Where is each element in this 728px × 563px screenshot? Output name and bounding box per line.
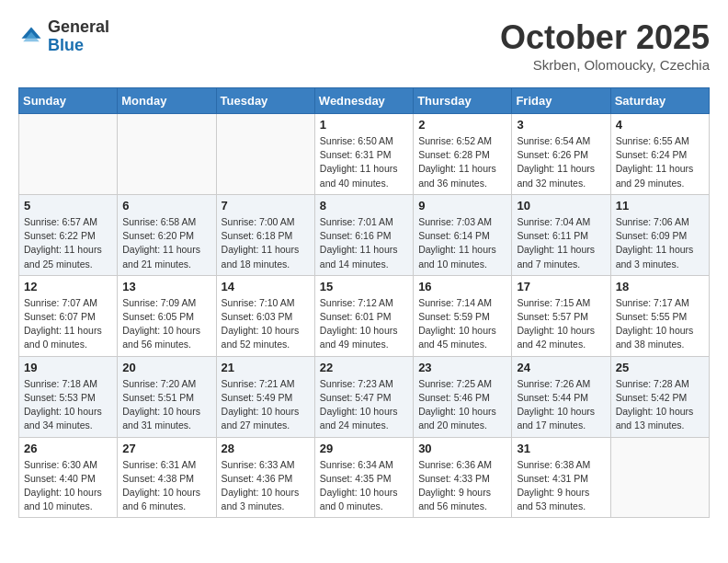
calendar-day-cell: 12Sunrise: 7:07 AM Sunset: 6:07 PM Dayli… xyxy=(19,275,118,356)
day-info: Sunrise: 6:50 AM Sunset: 6:31 PM Dayligh… xyxy=(320,134,408,190)
logo-blue: Blue xyxy=(48,37,109,55)
weekday-header-row: SundayMondayTuesdayWednesdayThursdayFrid… xyxy=(19,88,710,114)
day-number: 10 xyxy=(517,199,605,213)
day-number: 27 xyxy=(122,442,210,455)
weekday-thursday: Thursday xyxy=(414,88,512,114)
calendar-day-cell: 7Sunrise: 7:00 AM Sunset: 6:18 PM Daylig… xyxy=(216,194,314,275)
day-info: Sunrise: 7:20 AM Sunset: 5:51 PM Dayligh… xyxy=(122,377,210,433)
day-number: 25 xyxy=(616,361,704,374)
calendar-header: SundayMondayTuesdayWednesdayThursdayFrid… xyxy=(19,88,710,114)
weekday-monday: Monday xyxy=(118,88,216,114)
day-number: 16 xyxy=(418,280,506,293)
day-number: 11 xyxy=(616,199,704,213)
calendar-week-row: 26Sunrise: 6:30 AM Sunset: 4:40 PM Dayli… xyxy=(19,437,710,518)
day-info: Sunrise: 7:23 AM Sunset: 5:47 PM Dayligh… xyxy=(320,377,408,433)
day-number: 31 xyxy=(517,442,605,455)
calendar-day-cell: 13Sunrise: 7:09 AM Sunset: 6:05 PM Dayli… xyxy=(118,275,216,356)
day-number: 14 xyxy=(222,280,310,293)
day-info: Sunrise: 7:25 AM Sunset: 5:46 PM Dayligh… xyxy=(418,377,506,433)
calendar-day-cell: 10Sunrise: 7:04 AM Sunset: 6:11 PM Dayli… xyxy=(512,194,610,275)
logo-icon xyxy=(18,24,44,50)
weekday-saturday: Saturday xyxy=(610,88,709,114)
day-info: Sunrise: 7:21 AM Sunset: 5:49 PM Dayligh… xyxy=(222,377,310,433)
day-info: Sunrise: 6:30 AM Sunset: 4:40 PM Dayligh… xyxy=(24,458,112,514)
calendar-day-cell: 11Sunrise: 7:06 AM Sunset: 6:09 PM Dayli… xyxy=(610,194,709,275)
calendar-day-cell: 9Sunrise: 7:03 AM Sunset: 6:14 PM Daylig… xyxy=(414,194,512,275)
day-number: 22 xyxy=(320,361,408,374)
calendar-day-cell: 3Sunrise: 6:54 AM Sunset: 6:26 PM Daylig… xyxy=(512,114,610,195)
day-number: 12 xyxy=(24,280,112,293)
calendar-day-cell: 16Sunrise: 7:14 AM Sunset: 5:59 PM Dayli… xyxy=(414,275,512,356)
logo: General Blue xyxy=(18,18,109,55)
day-info: Sunrise: 6:54 AM Sunset: 6:26 PM Dayligh… xyxy=(517,134,605,190)
day-info: Sunrise: 6:38 AM Sunset: 4:31 PM Dayligh… xyxy=(517,458,605,514)
calendar-day-cell xyxy=(19,114,118,195)
day-info: Sunrise: 6:33 AM Sunset: 4:36 PM Dayligh… xyxy=(222,458,310,514)
day-info: Sunrise: 6:55 AM Sunset: 6:24 PM Dayligh… xyxy=(616,134,704,190)
calendar-day-cell: 22Sunrise: 7:23 AM Sunset: 5:47 PM Dayli… xyxy=(314,356,413,437)
day-number: 30 xyxy=(418,442,506,455)
day-info: Sunrise: 7:04 AM Sunset: 6:11 PM Dayligh… xyxy=(517,215,605,271)
calendar-day-cell: 24Sunrise: 7:26 AM Sunset: 5:44 PM Dayli… xyxy=(512,356,610,437)
day-number: 2 xyxy=(418,118,506,132)
day-number: 19 xyxy=(24,361,112,374)
day-info: Sunrise: 7:01 AM Sunset: 6:16 PM Dayligh… xyxy=(320,215,408,271)
day-info: Sunrise: 7:06 AM Sunset: 6:09 PM Dayligh… xyxy=(616,215,704,271)
logo-text: General Blue xyxy=(48,18,109,55)
weekday-sunday: Sunday xyxy=(19,88,118,114)
calendar-day-cell: 23Sunrise: 7:25 AM Sunset: 5:46 PM Dayli… xyxy=(414,356,512,437)
calendar-day-cell: 26Sunrise: 6:30 AM Sunset: 4:40 PM Dayli… xyxy=(19,437,118,518)
calendar-day-cell: 28Sunrise: 6:33 AM Sunset: 4:36 PM Dayli… xyxy=(216,437,314,518)
calendar-day-cell: 27Sunrise: 6:31 AM Sunset: 4:38 PM Dayli… xyxy=(118,437,216,518)
calendar-body: 1Sunrise: 6:50 AM Sunset: 6:31 PM Daylig… xyxy=(19,114,710,518)
calendar-week-row: 19Sunrise: 7:18 AM Sunset: 5:53 PM Dayli… xyxy=(19,356,710,437)
calendar-day-cell: 19Sunrise: 7:18 AM Sunset: 5:53 PM Dayli… xyxy=(19,356,118,437)
calendar-day-cell: 5Sunrise: 6:57 AM Sunset: 6:22 PM Daylig… xyxy=(19,194,118,275)
calendar-day-cell xyxy=(118,114,216,195)
day-number: 8 xyxy=(320,199,408,213)
calendar-day-cell: 31Sunrise: 6:38 AM Sunset: 4:31 PM Dayli… xyxy=(512,437,610,518)
day-number: 29 xyxy=(320,442,408,455)
calendar-day-cell: 1Sunrise: 6:50 AM Sunset: 6:31 PM Daylig… xyxy=(314,114,413,195)
day-number: 13 xyxy=(122,280,210,293)
day-number: 21 xyxy=(222,361,310,374)
weekday-wednesday: Wednesday xyxy=(314,88,413,114)
day-number: 17 xyxy=(517,280,605,293)
calendar-day-cell xyxy=(216,114,314,195)
day-info: Sunrise: 7:17 AM Sunset: 5:55 PM Dayligh… xyxy=(616,296,704,352)
day-info: Sunrise: 7:12 AM Sunset: 6:01 PM Dayligh… xyxy=(320,296,408,352)
weekday-friday: Friday xyxy=(512,88,610,114)
day-number: 23 xyxy=(418,361,506,374)
day-info: Sunrise: 6:57 AM Sunset: 6:22 PM Dayligh… xyxy=(24,215,112,271)
calendar-day-cell: 14Sunrise: 7:10 AM Sunset: 6:03 PM Dayli… xyxy=(216,275,314,356)
calendar-week-row: 5Sunrise: 6:57 AM Sunset: 6:22 PM Daylig… xyxy=(19,194,710,275)
day-info: Sunrise: 7:28 AM Sunset: 5:42 PM Dayligh… xyxy=(616,377,704,433)
title-block: October 2025 Skrben, Olomoucky, Czechia xyxy=(500,18,710,73)
calendar-week-row: 12Sunrise: 7:07 AM Sunset: 6:07 PM Dayli… xyxy=(19,275,710,356)
day-info: Sunrise: 7:00 AM Sunset: 6:18 PM Dayligh… xyxy=(222,215,310,271)
calendar-day-cell xyxy=(610,437,709,518)
day-number: 20 xyxy=(122,361,210,374)
day-number: 1 xyxy=(320,118,408,132)
day-number: 9 xyxy=(418,199,506,213)
location: Skrben, Olomoucky, Czechia xyxy=(500,57,710,73)
day-number: 24 xyxy=(517,361,605,374)
day-number: 18 xyxy=(616,280,704,293)
calendar-day-cell: 29Sunrise: 6:34 AM Sunset: 4:35 PM Dayli… xyxy=(314,437,413,518)
calendar-week-row: 1Sunrise: 6:50 AM Sunset: 6:31 PM Daylig… xyxy=(19,114,710,195)
calendar-day-cell: 8Sunrise: 7:01 AM Sunset: 6:16 PM Daylig… xyxy=(314,194,413,275)
weekday-tuesday: Tuesday xyxy=(216,88,314,114)
day-info: Sunrise: 7:15 AM Sunset: 5:57 PM Dayligh… xyxy=(517,296,605,352)
calendar-day-cell: 17Sunrise: 7:15 AM Sunset: 5:57 PM Dayli… xyxy=(512,275,610,356)
day-info: Sunrise: 6:36 AM Sunset: 4:33 PM Dayligh… xyxy=(418,458,506,514)
day-info: Sunrise: 7:18 AM Sunset: 5:53 PM Dayligh… xyxy=(24,377,112,433)
day-info: Sunrise: 6:58 AM Sunset: 6:20 PM Dayligh… xyxy=(122,215,210,271)
day-number: 4 xyxy=(616,118,704,132)
calendar-day-cell: 30Sunrise: 6:36 AM Sunset: 4:33 PM Dayli… xyxy=(414,437,512,518)
calendar-day-cell: 18Sunrise: 7:17 AM Sunset: 5:55 PM Dayli… xyxy=(610,275,709,356)
day-number: 3 xyxy=(517,118,605,132)
day-number: 7 xyxy=(222,199,310,213)
calendar-table: SundayMondayTuesdayWednesdayThursdayFrid… xyxy=(18,87,710,518)
day-info: Sunrise: 7:10 AM Sunset: 6:03 PM Dayligh… xyxy=(222,296,310,352)
calendar-day-cell: 2Sunrise: 6:52 AM Sunset: 6:28 PM Daylig… xyxy=(414,114,512,195)
